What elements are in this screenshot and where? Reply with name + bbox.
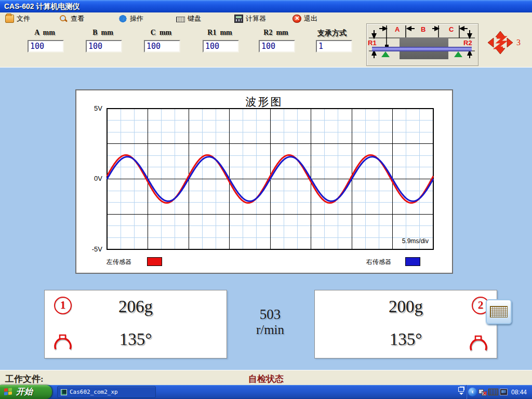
display-settings-icon[interactable] [500,389,508,395]
speed-readout: 503 r/min [226,307,314,338]
taskbar-clock: 08:44 [511,389,527,396]
legend-left-swatch [147,257,162,266]
waveform-panel: 波形图 5V 0V -5V 5.9ms/div 左传感器 右传感器 [75,89,453,274]
ytick-0v: 0V [76,175,102,182]
menu-item-exit[interactable]: 退出 [290,14,320,23]
balance-weight-icon [469,335,488,354]
field-a-input[interactable] [28,40,64,52]
status-bar: 工作文件: 自检状态 [0,370,532,385]
windows-flag-icon [4,388,13,396]
speed-value: 503 [226,307,314,322]
hide-icons-chevron[interactable]: ‹ [468,388,477,396]
menu-label: 退出 [304,14,317,23]
desktop-toolbar[interactable] [457,386,466,398]
dim-label-a: A [395,25,400,33]
field-label-c: C mm [140,29,182,37]
legend-right-swatch [405,257,420,266]
waveform-plot [107,108,434,250]
field-label-a: A mm [24,29,65,37]
legend-left-sensor: 左传感器 [107,258,131,267]
left-weight-value: 206g [45,297,227,316]
right-weight-value: 200g [315,297,497,316]
support-mode-input[interactable] [316,40,352,52]
support-label-r2: R2 [463,39,472,47]
right-measurement-panel: 2 200g 135° [314,290,497,358]
menu-item-operate[interactable]: 操作 [116,14,145,23]
system-tray: ‹ 08:44 [466,385,532,399]
main-area: 波形图 5V 0V -5V 5.9ms/div 左传感器 右传感器 1 206g… [0,68,532,370]
field-c-input[interactable] [144,40,180,52]
field-r1-input[interactable] [203,40,239,52]
onscreen-keyboard-button[interactable] [486,299,512,324]
menu-item-view[interactable]: 查看 [57,14,86,23]
chevron-down-icon [459,393,463,397]
app-window: CAS-602 计算机电测仪 文件 查看 操作 键盘 计算器 退出 A m [0,0,532,399]
start-label: 开始 [16,387,33,397]
window-title: CAS-602 计算机电测仪 [4,2,79,10]
title-bar: CAS-602 计算机电测仪 [0,0,532,12]
field-label-support-mode: 支承方式 [311,29,353,38]
taskbar: 开始 Cas602_com2_xp ‹ 08:44 [0,385,532,399]
field-label-r2: R2 mm [255,29,297,37]
restore-window-icon [458,387,464,392]
ytick-neg5v: -5V [76,245,102,253]
menu-item-keyboard[interactable]: 键盘 [174,14,203,23]
support-label-r1: R1 [368,39,377,47]
dim-label-b: B [421,25,425,33]
dim-label-c: C [449,25,454,33]
taskbar-task-button[interactable]: Cas602_com2_xp [57,386,156,398]
menu-label: 操作 [130,14,143,23]
field-r2-input[interactable] [259,40,295,52]
ytick-5v: 5V [76,104,102,112]
calculator-icon [234,15,243,23]
self-check-status: 自检状态 [0,373,532,385]
exit-icon [292,15,301,23]
search-icon [59,15,68,23]
menu-item-calculator[interactable]: 计算器 [232,14,268,23]
menu-label: 文件 [17,14,30,23]
legend-right-sensor: 右传感器 [366,258,391,267]
field-b-input[interactable] [86,40,122,52]
menu-label: 键盘 [188,14,201,23]
network-disconnected-icon[interactable] [478,389,487,396]
menu-label: 计算器 [246,14,266,23]
field-label-r1: R1 mm [199,29,241,37]
rotor-diagram: A B C R1 R2 [366,23,478,66]
keyboard-icon [176,17,185,22]
input-method-keyboard-icon[interactable] [488,389,498,395]
speed-unit: r/min [226,322,314,338]
file-icon [5,15,14,23]
field-label-b: B mm [82,29,124,37]
menu-item-file[interactable]: 文件 [3,14,32,23]
keyboard-icon [490,306,508,317]
start-button[interactable]: 开始 [0,385,52,399]
direction-counter: 3 [516,38,521,47]
direction-control[interactable]: 3 [487,30,528,56]
gear-icon [118,15,127,23]
chart-title: 波形图 [76,95,452,109]
four-way-arrows-icon [487,31,513,55]
left-measurement-panel: 1 206g 135° [44,290,227,358]
app-icon [61,389,67,395]
task-label: Cas602_com2_xp [70,389,118,395]
time-per-div-label: 5.9ms/div [402,237,429,245]
menu-label: 查看 [71,14,84,23]
parameter-strip: A mm B mm C mm R1 mm R2 mm 支承方式 [0,24,532,68]
balance-weight-icon [53,334,73,353]
